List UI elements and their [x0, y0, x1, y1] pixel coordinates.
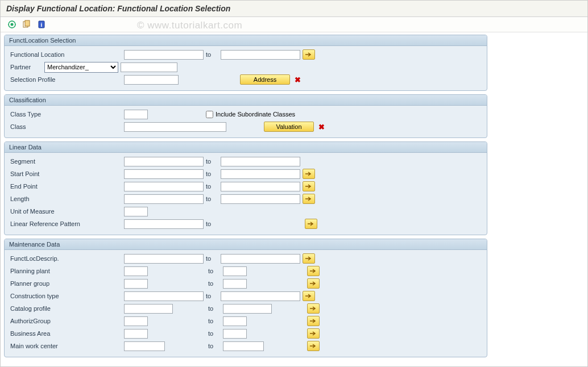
functional-location-label: Functional Location [8, 51, 93, 58]
functloc-selection-group: FunctLocation Selection Functional Locat… [4, 35, 487, 91]
business-area-from-input[interactable] [124, 329, 148, 339]
classification-group: Classification Class Type Include Subord… [4, 94, 487, 138]
lrp-multi-button[interactable] [305, 219, 317, 229]
to-label: to [206, 293, 218, 299]
to-label: to [206, 255, 218, 262]
functional-location-from-input[interactable] [124, 50, 204, 60]
planning-plant-multi-button[interactable] [307, 266, 320, 276]
construction-type-to-input[interactable] [221, 291, 300, 301]
construction-type-label: Construction type [8, 293, 93, 299]
lrp-label: Linear Reference Pattern [8, 220, 93, 227]
valuation-button[interactable]: Valuation [264, 122, 314, 132]
functloc-selection-header: FunctLocation Selection [5, 35, 487, 46]
selection-profile-label: Selection Profile [8, 76, 93, 83]
include-subordinate-label: Include Subordinate Classes [216, 111, 295, 118]
toolbar: i [1, 17, 587, 32]
classification-header: Classification [5, 95, 487, 106]
variant-icon[interactable] [21, 19, 32, 30]
end-point-to-input[interactable] [221, 182, 300, 191]
construction-type-multi-button[interactable] [303, 291, 315, 301]
segment-to-input[interactable] [221, 157, 300, 166]
start-point-to-input[interactable] [221, 169, 300, 179]
main-work-center-multi-button[interactable] [307, 341, 320, 351]
business-area-multi-button[interactable] [307, 328, 320, 339]
functloc-descrip-label: FunctLocDescrip. [8, 255, 93, 262]
end-point-from-input[interactable] [124, 182, 204, 191]
length-to-input[interactable] [221, 194, 300, 204]
catalog-profile-to-input[interactable] [223, 304, 272, 314]
to-label: to [208, 318, 221, 324]
class-type-input[interactable] [124, 110, 148, 119]
execute-icon[interactable] [6, 19, 18, 30]
to-label: to [208, 305, 221, 312]
authoriz-group-from-input[interactable] [124, 316, 148, 326]
catalog-profile-from-input[interactable] [124, 304, 173, 314]
svg-rect-7 [25, 20, 30, 26]
address-button[interactable]: Address [240, 74, 290, 85]
length-label: Length [8, 195, 93, 202]
class-input[interactable] [124, 122, 226, 132]
to-label: to [206, 220, 218, 227]
construction-type-from-input[interactable] [124, 291, 204, 301]
business-area-label: Business Area [8, 330, 93, 337]
planner-group-label: Planner group [8, 280, 93, 287]
functloc-descrip-multi-button[interactable] [303, 253, 315, 264]
maintenance-data-header: Maintenance Data [5, 239, 487, 250]
authoriz-group-to-input[interactable] [223, 316, 247, 326]
class-label: Class [8, 123, 93, 130]
to-label: to [208, 280, 221, 287]
functional-location-to-input[interactable] [221, 50, 300, 60]
include-subordinate-checkbox[interactable] [206, 111, 213, 118]
to-label: to [206, 51, 218, 58]
start-point-multi-button[interactable] [303, 169, 315, 179]
to-label: to [208, 343, 221, 349]
planning-plant-label: Planning plant [8, 268, 93, 274]
start-point-from-input[interactable] [124, 169, 204, 179]
address-clear-icon[interactable]: ✖ [295, 76, 301, 84]
end-point-multi-button[interactable] [303, 181, 315, 191]
to-label: to [206, 195, 218, 202]
unit-of-measure-input[interactable] [124, 207, 148, 216]
catalog-profile-label: Catalog profile [8, 305, 93, 312]
linear-data-header: Linear Data [5, 142, 487, 153]
to-label: to [208, 330, 221, 337]
planner-group-to-input[interactable] [223, 279, 247, 289]
segment-from-input[interactable] [124, 157, 204, 166]
length-multi-button[interactable] [303, 194, 315, 204]
svg-point-1 [11, 23, 14, 26]
lrp-from-input[interactable] [124, 219, 204, 229]
partner-dropdown[interactable]: Merchandizer_ [44, 62, 118, 73]
functloc-descrip-to-input[interactable] [221, 254, 300, 264]
page-title: Display Functional Location: Functional … [1, 1, 587, 17]
info-icon[interactable]: i [36, 19, 47, 30]
linear-data-group: Linear Data Segment to Start Point to [4, 141, 487, 235]
to-label: to [206, 170, 218, 177]
main-work-center-label: Main work center [8, 343, 93, 349]
functloc-descrip-from-input[interactable] [124, 254, 204, 264]
length-from-input[interactable] [124, 194, 204, 204]
main-work-center-to-input[interactable] [223, 341, 264, 351]
catalog-profile-multi-button[interactable] [307, 303, 320, 314]
main-work-center-from-input[interactable] [124, 341, 165, 351]
end-point-label: End Point [8, 183, 93, 190]
partner-value-input[interactable] [121, 62, 177, 72]
maintenance-data-group: Maintenance Data FunctLocDescrip. to Pla… [4, 239, 487, 357]
class-type-label: Class Type [8, 111, 93, 118]
partner-label: Partner [8, 64, 42, 70]
authoriz-group-label: AuthorizGroup [8, 318, 93, 324]
to-label: to [208, 268, 221, 274]
business-area-to-input[interactable] [223, 329, 247, 339]
to-label: to [206, 158, 218, 165]
svg-text:i: i [41, 22, 43, 28]
functional-location-multi-button[interactable] [303, 49, 315, 60]
authoriz-group-multi-button[interactable] [307, 316, 320, 326]
to-label: to [206, 183, 218, 190]
selection-profile-input[interactable] [124, 75, 179, 85]
segment-label: Segment [8, 158, 93, 165]
planner-group-from-input[interactable] [124, 279, 148, 289]
valuation-clear-icon[interactable]: ✖ [318, 123, 325, 131]
planning-plant-to-input[interactable] [223, 266, 247, 276]
planning-plant-from-input[interactable] [124, 266, 148, 276]
unit-of-measure-label: Unit of Measure [8, 208, 93, 215]
planner-group-multi-button[interactable] [307, 278, 320, 289]
